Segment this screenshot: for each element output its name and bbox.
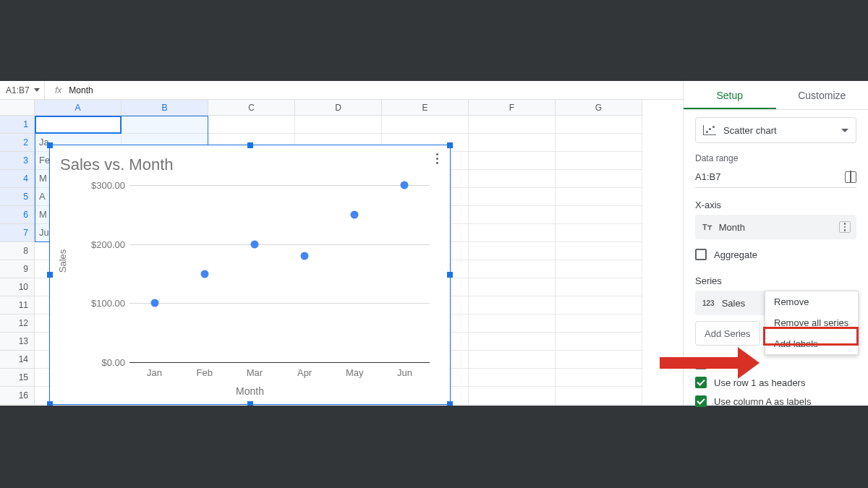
row-header[interactable]: 6 [0, 206, 35, 224]
row-header[interactable]: 4 [0, 170, 35, 188]
col-header-G[interactable]: G [556, 100, 642, 116]
row-header[interactable]: 13 [0, 333, 35, 351]
xaxis-section-label: X-axis [695, 200, 856, 210]
chart-type-select[interactable]: Scatter chart [695, 117, 856, 143]
cell[interactable] [469, 170, 556, 188]
cell[interactable] [556, 134, 642, 152]
use-row1-checkbox[interactable] [695, 377, 707, 388]
select-all-corner[interactable] [0, 100, 35, 116]
cell[interactable] [382, 116, 469, 134]
row-header[interactable]: 16 [0, 387, 35, 405]
row-header[interactable]: 2 [0, 134, 35, 152]
cell[interactable] [556, 369, 642, 387]
row-header[interactable]: 10 [0, 278, 35, 296]
cell[interactable] [122, 116, 208, 134]
row-header[interactable]: 15 [0, 369, 35, 387]
chart-title[interactable]: Sales vs. Month [60, 155, 174, 174]
xaxis-chip[interactable]: Tᴛ Month [695, 215, 856, 239]
cell[interactable] [556, 314, 642, 333]
cell[interactable] [556, 296, 642, 314]
col-header-F[interactable]: F [469, 100, 556, 116]
menu-remove-all-series[interactable]: Remove all series [765, 312, 858, 333]
cell[interactable] [556, 351, 642, 369]
formula-input[interactable]: Month [69, 85, 93, 95]
data-range-input[interactable]: A1:B7 [695, 168, 856, 188]
cell[interactable] [469, 314, 556, 333]
data-point[interactable] [250, 240, 258, 248]
cell[interactable] [208, 116, 295, 134]
col-header-B[interactable]: B [122, 100, 208, 116]
cell[interactable] [556, 278, 642, 296]
aggregate-checkbox[interactable] [695, 249, 707, 260]
data-point[interactable] [301, 252, 309, 260]
tab-customize[interactable]: Customize [776, 81, 869, 109]
cell[interactable] [469, 206, 556, 224]
cell[interactable] [469, 188, 556, 206]
cell[interactable] [556, 333, 642, 351]
data-point[interactable] [150, 299, 158, 307]
gridline [129, 303, 430, 304]
cell[interactable] [556, 260, 642, 278]
chart-x-axis-label[interactable]: Month [50, 385, 450, 397]
cell[interactable] [556, 116, 642, 134]
cell[interactable] [469, 369, 556, 387]
cell[interactable] [469, 351, 556, 369]
row-header[interactable]: 3 [0, 152, 35, 170]
cell[interactable] [469, 260, 556, 278]
add-series-button[interactable]: Add Series [695, 321, 760, 346]
cell[interactable] [556, 188, 642, 206]
sheet-grid[interactable]: A B C D E F G 12Ja3Fe4M5A6M7Ju8910111213… [0, 100, 676, 406]
row-header[interactable]: 8 [0, 242, 35, 260]
cell[interactable] [556, 170, 642, 188]
cell[interactable] [469, 278, 556, 296]
chart-menu-button[interactable] [430, 150, 444, 167]
col-header-A[interactable]: A [35, 100, 122, 116]
col-header-E[interactable]: E [382, 100, 469, 116]
x-tick-label: Mar [247, 367, 263, 378]
row-header[interactable]: 1 [0, 116, 35, 134]
tab-setup[interactable]: Setup [684, 81, 776, 109]
data-point[interactable] [200, 270, 208, 278]
cell[interactable] [556, 242, 642, 260]
row-header[interactable]: 9 [0, 260, 35, 278]
aggregate-checkbox-row[interactable]: Aggregate [695, 245, 856, 264]
chart-y-axis-label[interactable]: Sales [57, 225, 68, 297]
gridline [129, 244, 430, 245]
cell[interactable] [556, 387, 642, 405]
use-colA-checkbox-row[interactable]: Use column A as labels [695, 392, 856, 411]
cell[interactable] [469, 333, 556, 351]
embedded-chart[interactable]: Sales vs. Month Sales Month $300.00$200.… [49, 145, 451, 405]
use-row1-checkbox-row[interactable]: Use row 1 as headers [695, 373, 856, 392]
x-tick-label: Jan [147, 367, 162, 378]
data-point[interactable] [351, 210, 359, 218]
cell[interactable] [469, 134, 556, 152]
xaxis-more-button[interactable] [839, 221, 851, 233]
name-box[interactable]: A1:B7 [0, 81, 45, 100]
row-header[interactable]: 12 [0, 314, 35, 333]
number-type-icon: 123 [702, 299, 715, 307]
cell[interactable] [556, 152, 642, 170]
select-range-icon[interactable] [845, 171, 856, 183]
cell[interactable] [469, 116, 556, 134]
row-header[interactable]: 7 [0, 224, 35, 242]
cell[interactable] [556, 224, 642, 242]
resize-handle-s[interactable] [247, 401, 253, 406]
row-header[interactable]: 14 [0, 351, 35, 369]
cell[interactable] [469, 242, 556, 260]
cell[interactable] [35, 116, 122, 134]
menu-remove[interactable]: Remove [765, 291, 858, 312]
menu-add-labels[interactable]: Add labels [765, 333, 858, 354]
cell[interactable] [556, 206, 642, 224]
cell[interactable] [295, 116, 382, 134]
use-colA-checkbox[interactable] [695, 395, 707, 407]
cell[interactable] [469, 152, 556, 170]
cell[interactable] [469, 387, 556, 405]
row-header[interactable]: 5 [0, 188, 35, 206]
data-point[interactable] [401, 181, 409, 189]
cell[interactable] [469, 224, 556, 242]
cell[interactable] [469, 296, 556, 314]
col-header-C[interactable]: C [208, 100, 295, 116]
row-header[interactable]: 11 [0, 296, 35, 314]
col-header-D[interactable]: D [295, 100, 382, 116]
chart-type-label: Scatter chart [723, 125, 777, 136]
